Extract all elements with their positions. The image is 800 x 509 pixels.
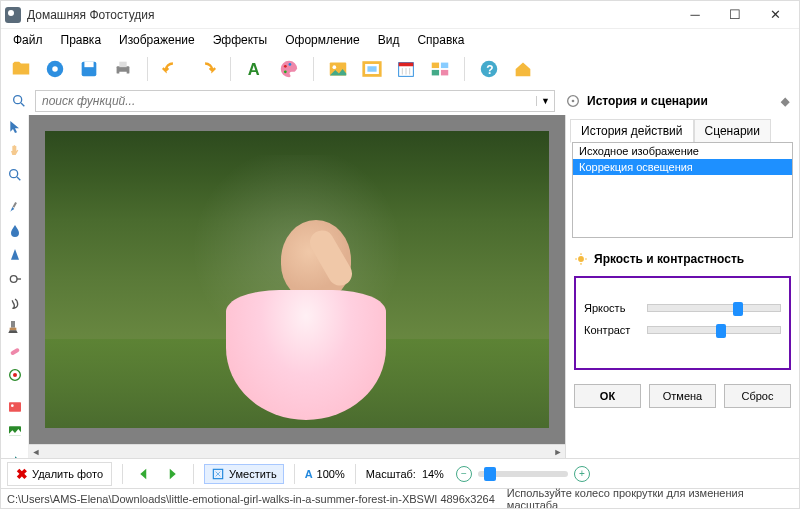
actual-size-button[interactable]: A 100%: [305, 468, 345, 480]
status-bar: C:\Users\AMS-Elena\Downloads\little-emot…: [1, 488, 799, 508]
left-toolbar: [1, 115, 29, 458]
status-hint: Используйте колесо прокрутки для изменен…: [501, 487, 789, 510]
svg-rect-23: [441, 70, 448, 76]
picture-tool[interactable]: [4, 399, 26, 415]
undo-button[interactable]: [158, 55, 186, 83]
home-button[interactable]: [509, 55, 537, 83]
help-button[interactable]: ?: [475, 55, 503, 83]
menu-image[interactable]: Изображение: [111, 31, 203, 49]
brush-tool[interactable]: [4, 199, 26, 215]
sharpen-tool[interactable]: [4, 247, 26, 263]
hand-tool[interactable]: [4, 143, 26, 159]
history-row-original[interactable]: Исходное изображение: [573, 143, 792, 159]
panel-title: Яркость и контрастность: [594, 252, 744, 266]
fit-button[interactable]: Уместить: [204, 464, 284, 484]
svg-text:A: A: [248, 60, 260, 78]
delete-photo-button[interactable]: ✖ Удалить фото: [7, 462, 112, 486]
menu-file[interactable]: Файл: [5, 31, 51, 49]
pointer-tool[interactable]: [4, 119, 26, 135]
reset-button[interactable]: Сброс: [724, 384, 791, 408]
zoom-in-button[interactable]: +: [574, 466, 590, 482]
calendar-button[interactable]: [392, 55, 420, 83]
svg-rect-40: [9, 402, 21, 411]
menu-help[interactable]: Справка: [409, 31, 472, 49]
svg-point-10: [284, 70, 287, 73]
ok-button[interactable]: ОК: [574, 384, 641, 408]
actual-size-label: 100%: [317, 468, 345, 480]
svg-point-33: [10, 276, 17, 283]
svg-rect-37: [9, 348, 19, 356]
save-button[interactable]: [75, 55, 103, 83]
brightness-slider[interactable]: [647, 304, 781, 312]
zoom-tool[interactable]: [4, 167, 26, 183]
window-close-button[interactable]: ✕: [755, 3, 795, 27]
horizontal-scrollbar[interactable]: ◄ ►: [29, 444, 565, 458]
cancel-button[interactable]: Отмена: [649, 384, 716, 408]
contrast-slider[interactable]: [647, 326, 781, 334]
search-icon[interactable]: [7, 89, 31, 113]
target-tool[interactable]: [4, 367, 26, 383]
svg-rect-16: [399, 63, 414, 67]
svg-rect-32: [12, 202, 16, 208]
redo-button[interactable]: [192, 55, 220, 83]
frame-button[interactable]: [358, 55, 386, 83]
contrast-label: Контраст: [584, 324, 639, 336]
open-disc-button[interactable]: [41, 55, 69, 83]
palette-button[interactable]: [275, 55, 303, 83]
search-input[interactable]: [36, 94, 536, 108]
svg-text:?: ?: [486, 63, 493, 77]
status-path: C:\Users\AMS-Elena\Downloads\little-emot…: [1, 493, 501, 505]
svg-line-31: [17, 177, 20, 180]
svg-rect-14: [367, 66, 376, 72]
svg-point-12: [333, 65, 337, 69]
burn-tool[interactable]: [4, 295, 26, 311]
zoom-slider[interactable]: [478, 471, 568, 477]
svg-point-43: [578, 256, 584, 262]
svg-point-9: [289, 63, 292, 66]
dodge-tool[interactable]: [4, 271, 26, 287]
pin-button[interactable]: ◆: [781, 95, 789, 108]
svg-rect-36: [9, 328, 16, 331]
text-button[interactable]: A: [241, 55, 269, 83]
prev-photo-button[interactable]: [133, 463, 155, 485]
menu-edit[interactable]: Правка: [53, 31, 110, 49]
right-panel: История действий Сценарии Исходное изобр…: [565, 115, 799, 458]
bottom-bar: ✖ Удалить фото Уместить A 100% Масштаб: …: [1, 458, 799, 488]
scroll-right-arrow[interactable]: ►: [551, 447, 565, 457]
svg-rect-21: [441, 63, 448, 69]
menu-view[interactable]: Вид: [370, 31, 408, 49]
tab-history[interactable]: История действий: [570, 119, 694, 143]
right-panel-header: История и сценарии ◆: [559, 93, 793, 109]
svg-rect-3: [84, 62, 93, 67]
window-minimize-button[interactable]: ─: [675, 3, 715, 27]
tab-scenarios[interactable]: Сценарии: [694, 119, 771, 142]
app-icon: [5, 7, 21, 23]
svg-line-27: [21, 103, 24, 106]
window-maximize-button[interactable]: ☐: [715, 3, 755, 27]
svg-rect-20: [432, 63, 439, 69]
open-folder-button[interactable]: [7, 55, 35, 83]
svg-point-41: [11, 404, 14, 407]
clone-tool[interactable]: [4, 319, 26, 335]
healing-tool[interactable]: [4, 343, 26, 359]
search-dropdown[interactable]: ▼: [536, 96, 554, 106]
svg-point-29: [572, 100, 575, 103]
brightness-icon: [574, 252, 588, 266]
collage-button[interactable]: [426, 55, 454, 83]
print-button[interactable]: [109, 55, 137, 83]
menu-design[interactable]: Оформление: [277, 31, 367, 49]
main-toolbar: A ?: [1, 51, 799, 87]
zoom-out-button[interactable]: −: [456, 466, 472, 482]
canvas-area[interactable]: [29, 115, 565, 444]
scroll-left-arrow[interactable]: ◄: [29, 447, 43, 457]
picture-button[interactable]: [324, 55, 352, 83]
right-panel-header-label: История и сценарии: [587, 94, 708, 108]
picture-tool-2[interactable]: [4, 423, 26, 439]
menu-effects[interactable]: Эффекты: [205, 31, 276, 49]
history-row-lighting[interactable]: Коррекция освещения: [573, 159, 792, 175]
history-list[interactable]: Исходное изображение Коррекция освещения: [572, 142, 793, 238]
svg-point-30: [9, 170, 17, 178]
next-photo-button[interactable]: [161, 463, 183, 485]
search-row: ▼ История и сценарии ◆: [1, 87, 799, 115]
drop-tool[interactable]: [4, 223, 26, 239]
